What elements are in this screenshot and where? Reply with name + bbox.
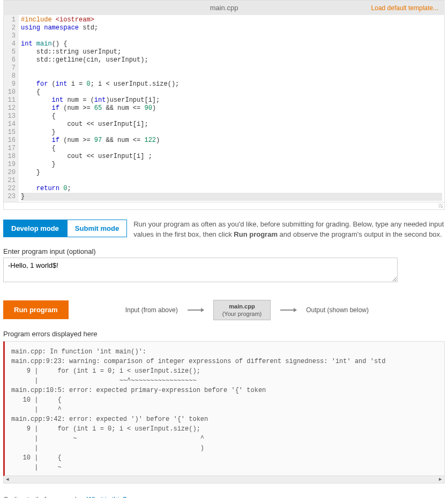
error-output: main.cpp: In function 'int main()': main… bbox=[3, 341, 445, 476]
arrow-icon bbox=[188, 310, 204, 311]
mode-row: Develop mode Submit mode Run your progra… bbox=[3, 220, 445, 240]
code-editor[interactable]: 1234567891011121314151617181920212223 #i… bbox=[3, 15, 445, 202]
develop-mode-button[interactable]: Develop mode bbox=[3, 220, 67, 237]
file-title: main.cpp bbox=[210, 4, 238, 12]
load-default-template-link[interactable]: Load default template... bbox=[371, 4, 438, 12]
coding-trail-label: Coding trail of your work bbox=[3, 495, 78, 498]
program-input-textarea[interactable] bbox=[3, 258, 398, 282]
mode-buttons: Develop mode Submit mode bbox=[3, 220, 127, 237]
file-header: main.cpp Load default template... bbox=[3, 0, 445, 15]
run-row: Run program Input (from above) main.cpp … bbox=[3, 300, 445, 321]
what-is-this-link[interactable]: What is this? bbox=[87, 495, 126, 498]
line-number-gutter: 1234567891011121314151617181920212223 bbox=[4, 15, 19, 202]
run-program-button[interactable]: Run program bbox=[3, 300, 69, 319]
flow-input-label: Input (from above) bbox=[125, 306, 178, 314]
flow-output-label: Output (shown below) bbox=[306, 306, 369, 314]
errors-label: Program errors displayed here bbox=[3, 330, 445, 338]
submit-mode-button[interactable]: Submit mode bbox=[67, 220, 127, 237]
editor-resize-handle[interactable] bbox=[3, 202, 445, 210]
program-box: main.cpp (Your program) bbox=[213, 300, 271, 321]
code-content[interactable]: #include <iostream>using namespace std; … bbox=[19, 15, 444, 202]
horizontal-scrollbar[interactable] bbox=[3, 476, 445, 484]
mode-description: Run your program as often as you'd like,… bbox=[133, 220, 445, 240]
program-input-label: Enter program input (optional) bbox=[3, 247, 445, 255]
coding-trail-row: Coding trail of your work What is this? bbox=[3, 495, 445, 498]
arrow-icon bbox=[280, 310, 296, 311]
